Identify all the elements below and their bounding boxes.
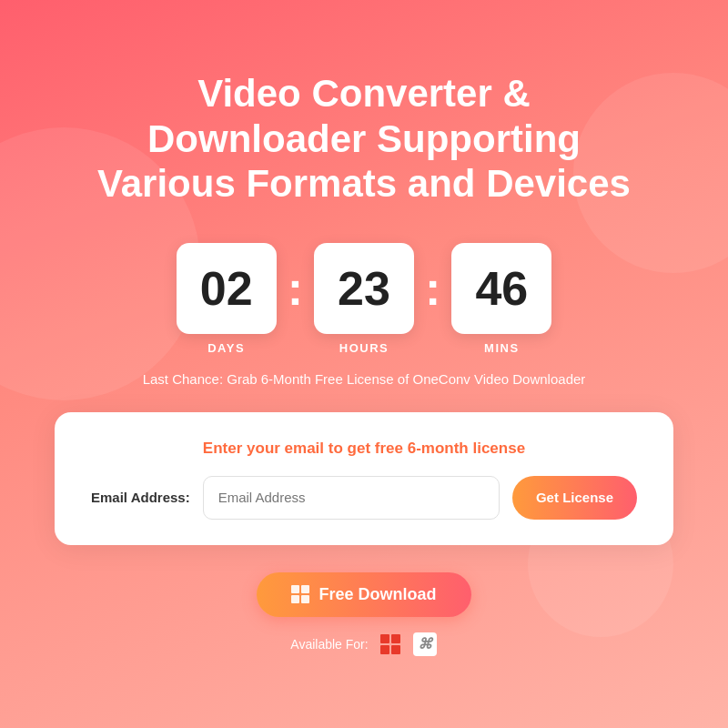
- windows-os-icon: [378, 632, 403, 657]
- hours-value: 23: [314, 243, 414, 334]
- countdown-mins: 46 MINS: [451, 243, 551, 355]
- email-input[interactable]: [203, 476, 500, 520]
- main-headline: Video Converter & Downloader Supporting …: [97, 71, 631, 207]
- mins-label: MINS: [484, 341, 520, 355]
- hours-label: HOURS: [339, 341, 389, 355]
- available-for-label: Available For:: [290, 637, 368, 652]
- free-download-button[interactable]: Free Download: [257, 572, 470, 617]
- form-card-title: Enter your email to get free 6-month lic…: [91, 440, 637, 458]
- days-value: 02: [177, 243, 277, 334]
- mac-os-icon: ⌘: [412, 632, 438, 657]
- get-license-button[interactable]: Get License: [512, 476, 637, 520]
- last-chance-text: Last Chance: Grab 6-Month Free License o…: [143, 371, 586, 387]
- form-row: Email Address: Get License: [91, 476, 637, 520]
- email-form-card: Enter your email to get free 6-month lic…: [55, 412, 673, 545]
- countdown-timer: 02 DAYS : 23 HOURS : 46 MINS: [177, 243, 552, 355]
- available-for-row: Available For: ⌘: [290, 632, 437, 657]
- countdown-days: 02 DAYS: [177, 243, 277, 355]
- page-container: Video Converter & Downloader Supporting …: [0, 0, 728, 728]
- free-download-label: Free Download: [318, 585, 436, 604]
- mins-value: 46: [451, 243, 551, 334]
- countdown-hours: 23 HOURS: [314, 243, 414, 355]
- windows-icon: [291, 585, 309, 603]
- countdown-sep-2: :: [414, 243, 451, 334]
- countdown-sep-1: :: [277, 243, 314, 334]
- days-label: DAYS: [207, 341, 245, 355]
- email-label: Email Address:: [91, 490, 190, 505]
